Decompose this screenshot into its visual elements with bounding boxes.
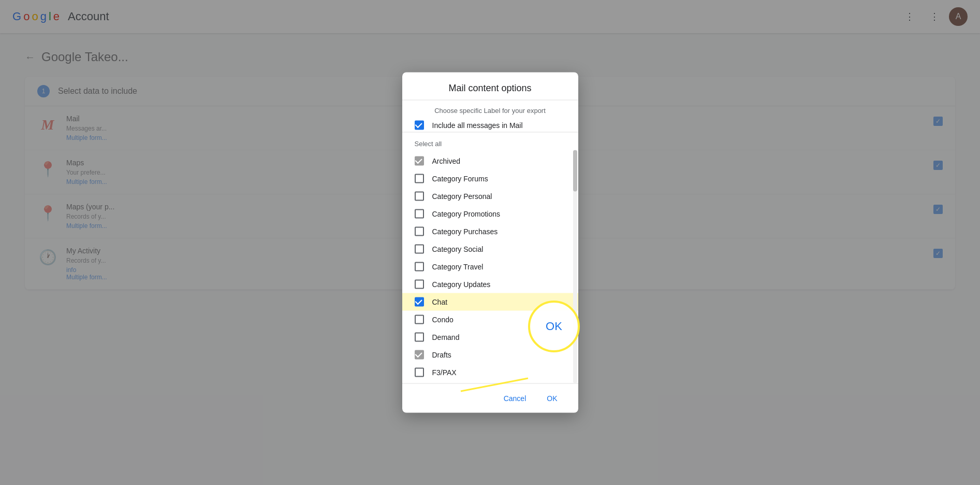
checkbox-category-personal[interactable] [415, 192, 424, 201]
include-all-row[interactable]: Include all messages in Mail [402, 117, 578, 133]
check-item-category-updates[interactable]: Category Updates [402, 276, 578, 293]
dialog-footer: Cancel OK [402, 383, 578, 413]
scrollbar-track [573, 150, 577, 383]
label-category-promotions: Category Promotions [432, 210, 501, 218]
label-demand: Demand [432, 333, 460, 341]
label-category-updates: Category Updates [432, 280, 491, 289]
ok-highlight-label: OK [546, 320, 562, 333]
label-category-forums: Category Forums [432, 175, 488, 183]
check-item-category-personal[interactable]: Category Personal [402, 188, 578, 205]
checkbox-category-travel[interactable] [415, 262, 424, 272]
check-item-category-purchases[interactable]: Category Purchases [402, 223, 578, 240]
ok-highlight-circle: OK [528, 301, 580, 352]
select-all-label: Select all [415, 140, 442, 148]
checkbox-category-forums[interactable] [415, 174, 424, 183]
check-item-category-promotions[interactable]: Category Promotions [402, 205, 578, 223]
label-condo: Condo [432, 316, 454, 324]
checkbox-f3pax[interactable] [415, 368, 424, 377]
checkbox-category-promotions[interactable] [415, 209, 424, 219]
dialog-title: Mail content options [402, 73, 578, 101]
label-f3pax: F3/PAX [432, 368, 457, 377]
check-item-f3pax[interactable]: F3/PAX [402, 364, 578, 381]
label-category-travel: Category Travel [432, 263, 484, 271]
label-category-personal: Category Personal [432, 192, 492, 201]
check-item-category-travel[interactable]: Category Travel [402, 258, 578, 276]
checkbox-category-social[interactable] [415, 245, 424, 254]
checkbox-archived[interactable] [415, 156, 424, 166]
check-item-category-social[interactable]: Category Social [402, 240, 578, 258]
checkbox-chat[interactable] [415, 297, 424, 307]
scrollbar-thumb[interactable] [573, 150, 577, 192]
select-all-row: Select all [402, 135, 578, 150]
check-item-archived[interactable]: Archived [402, 152, 578, 170]
include-all-label: Include all messages in Mail [432, 121, 523, 130]
cancel-button[interactable]: Cancel [495, 390, 535, 407]
checkbox-category-updates[interactable] [415, 280, 424, 289]
label-chat: Chat [432, 298, 448, 306]
ok-button[interactable]: OK [538, 390, 565, 407]
label-category-purchases: Category Purchases [432, 227, 498, 236]
checkbox-condo[interactable] [415, 315, 424, 324]
checkbox-category-purchases[interactable] [415, 227, 424, 236]
label-category-social: Category Social [432, 245, 484, 253]
label-drafts: Drafts [432, 351, 451, 359]
label-archived: Archived [432, 157, 460, 165]
checkbox-demand[interactable] [415, 333, 424, 342]
dialog-subtitle: Choose specific Label for your export [402, 101, 578, 117]
include-all-checkbox[interactable] [415, 121, 424, 130]
mail-content-options-dialog: Mail content options Choose specific Lab… [402, 73, 578, 413]
checkbox-drafts[interactable] [415, 350, 424, 360]
check-item-category-forums[interactable]: Category Forums [402, 170, 578, 188]
